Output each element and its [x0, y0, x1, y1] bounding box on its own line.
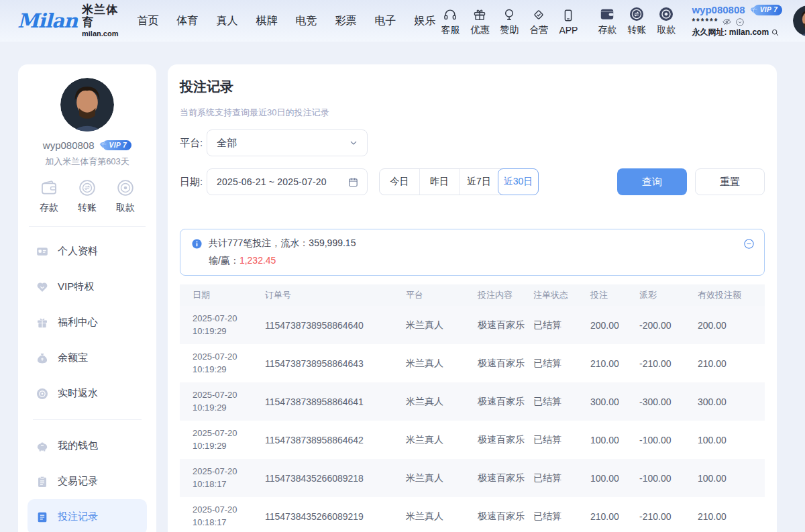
- cell-valid: 210.00: [698, 358, 765, 369]
- top-bar: Milan 米兰体育 milan.com 首页 体育 真人 棋牌 电竞 彩票 电…: [0, 0, 805, 42]
- clipboard-icon: [36, 475, 49, 488]
- promo-button[interactable]: 优惠: [466, 6, 494, 36]
- deposit-button[interactable]: 存款: [593, 6, 621, 36]
- sidebar-item-welfare[interactable]: 福利中心: [28, 305, 147, 340]
- date-label: 日期:: [180, 176, 207, 189]
- vip-badge: VIP 7: [99, 140, 132, 150]
- cell-content: 极速百家乐: [478, 396, 533, 408]
- cell-valid: 100.00: [698, 435, 765, 445]
- cell-payout: -210.00: [639, 511, 698, 522]
- table-row: 2025-07-2010:19:29 1154738738958864643 米…: [180, 344, 765, 382]
- headset-icon: [443, 6, 458, 22]
- range-today-button[interactable]: 今日: [380, 169, 419, 195]
- sidebar-item-bet-records[interactable]: 投注记录: [28, 499, 147, 532]
- cell-payout: -100.00: [639, 473, 698, 484]
- collapse-icon[interactable]: [743, 238, 755, 250]
- header-order: 订单号: [265, 289, 406, 301]
- sponsor-button[interactable]: 赞助: [495, 6, 523, 36]
- cell-order: 1154738435266089218: [265, 473, 406, 484]
- brand-name-cn: 米兰体育: [82, 4, 118, 29]
- table-row: 2025-07-2010:18:17 1154738435266089218 米…: [180, 459, 765, 497]
- divider: [33, 419, 142, 420]
- sidebar-item-rebate[interactable]: 实时返水: [28, 376, 147, 411]
- reset-button[interactable]: 重置: [695, 168, 765, 195]
- range-yesterday-button[interactable]: 昨日: [419, 169, 459, 195]
- search-icon[interactable]: [771, 28, 780, 37]
- calendar-icon: [347, 176, 359, 188]
- nav-item-lottery[interactable]: 彩票: [335, 14, 356, 28]
- cell-valid: 100.00: [698, 473, 765, 484]
- vip-gem-icon: [99, 141, 107, 150]
- cell-status: 已结算: [533, 434, 590, 446]
- cell-date: 2025-07-2010:19:29: [193, 389, 265, 415]
- document-icon: [36, 511, 49, 524]
- heart-icon: [36, 280, 49, 294]
- platform-filter-row: 平台: 全部: [180, 129, 765, 156]
- header-content: 投注内容: [478, 289, 533, 301]
- page-subtitle: 当前系统支持查询最近30日的投注记录: [180, 107, 765, 119]
- withdraw-button[interactable]: 取款: [116, 178, 135, 214]
- sidebar-item-vip[interactable]: VIP特权: [28, 269, 147, 305]
- info-icon: [191, 238, 203, 250]
- chevron-down-icon: [348, 138, 359, 148]
- service-button[interactable]: 客服: [436, 6, 464, 36]
- bet-records-table: 日期 订单号 平台 投注内容 注单状态 投注 派彩 有效投注额 2025-07-…: [180, 284, 765, 532]
- cell-bet: 200.00: [590, 320, 639, 331]
- avatar[interactable]: [60, 78, 114, 131]
- sidebar-item-yuebao[interactable]: 余额宝: [28, 340, 147, 376]
- date-range-input[interactable]: 2025-06-21 ~ 2025-07-20: [207, 168, 368, 195]
- transfer-button[interactable]: 转账: [623, 6, 651, 36]
- wallet-icon: [598, 6, 616, 22]
- cell-status: 已结算: [533, 472, 590, 484]
- partner-button[interactable]: 合营: [525, 6, 553, 36]
- cell-status: 已结算: [533, 358, 590, 370]
- diamond-icon: [531, 6, 546, 22]
- nav-item-sports[interactable]: 体育: [176, 14, 198, 28]
- cell-valid: 200.00: [698, 320, 765, 331]
- brand-logo[interactable]: Milan 米兰体育 milan.com: [17, 4, 118, 37]
- sidebar-item-profile[interactable]: 个人资料: [28, 233, 147, 269]
- cell-content: 极速百家乐: [478, 358, 533, 370]
- cell-order: 1154738738958864643: [265, 358, 406, 369]
- avatar[interactable]: [793, 5, 805, 36]
- username[interactable]: wyp080808: [692, 4, 745, 17]
- main-nav: 首页 体育 真人 棋牌 电竞 彩票 电子 娱乐: [137, 14, 435, 28]
- withdraw-button[interactable]: 取款: [652, 6, 680, 36]
- header-payout: 派彩: [639, 289, 698, 301]
- cell-payout: -200.00: [639, 320, 698, 331]
- nav-item-cards[interactable]: 棋牌: [256, 14, 277, 28]
- platform-select[interactable]: 全部: [207, 129, 368, 156]
- sidebar-item-transactions[interactable]: 交易记录: [28, 464, 147, 499]
- chevron-circle-icon[interactable]: [735, 17, 745, 27]
- nav-item-live[interactable]: 真人: [216, 14, 237, 28]
- sidebar-item-wallet[interactable]: 我的钱包: [28, 428, 147, 464]
- cell-status: 已结算: [533, 511, 590, 523]
- cell-valid: 210.00: [698, 511, 765, 522]
- brand-domain: milan.com: [82, 30, 118, 38]
- cell-platform: 米兰真人: [406, 396, 478, 408]
- id-card-icon: [36, 245, 49, 258]
- nav-item-slots[interactable]: 电子: [374, 14, 396, 28]
- nav-item-home[interactable]: 首页: [137, 14, 158, 28]
- disc-icon: [36, 387, 49, 401]
- eye-off-icon[interactable]: [722, 17, 732, 27]
- app-button[interactable]: APP: [554, 7, 582, 36]
- range-30days-button[interactable]: 近30日: [498, 168, 539, 195]
- member-since-label: 加入米兰体育第603天: [18, 156, 156, 168]
- cell-content: 极速百家乐: [478, 319, 533, 331]
- range-7days-button[interactable]: 近7日: [459, 169, 498, 195]
- deposit-button[interactable]: 存款: [40, 178, 58, 214]
- gift-icon: [472, 6, 487, 22]
- brand-logo-script: Milan: [17, 11, 77, 31]
- table-row: 2025-07-2010:19:29 1154738738958864641 米…: [180, 382, 765, 421]
- cell-order: 1154738738958864641: [265, 396, 406, 407]
- nav-item-entertainment[interactable]: 娱乐: [414, 14, 435, 28]
- table-header: 日期 订单号 平台 投注内容 注单状态 投注 派彩 有效投注额: [180, 284, 765, 306]
- nav-item-esports[interactable]: 电竞: [295, 14, 317, 28]
- transfer-button[interactable]: 转账: [78, 178, 97, 214]
- search-button[interactable]: 查询: [617, 168, 687, 195]
- cell-status: 已结算: [533, 319, 590, 331]
- quick-range-group: 今日 昨日 近7日 近30日: [379, 168, 539, 195]
- platform-label: 平台:: [180, 137, 207, 150]
- sidebar-quick-actions: 存款 转账 取款: [18, 168, 156, 226]
